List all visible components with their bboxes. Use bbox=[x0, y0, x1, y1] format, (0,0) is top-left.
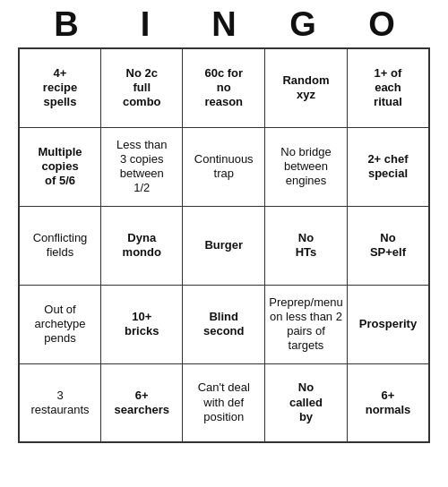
cell-0-3: Random xyz bbox=[265, 48, 348, 127]
table-row: 3 restaurants6+ searchersCan't deal with… bbox=[19, 363, 429, 442]
letter-n: N bbox=[185, 5, 263, 44]
cell-0-1: No 2c full combo bbox=[101, 48, 183, 127]
cell-2-1: Dyna mondo bbox=[101, 206, 183, 285]
table-row: 4+ recipe spellsNo 2c full combo60c for … bbox=[19, 48, 429, 127]
cell-3-0: Out of archetype pends bbox=[19, 285, 101, 363]
cell-0-0: 4+ recipe spells bbox=[19, 48, 101, 127]
cell-1-2: Continuous trap bbox=[183, 127, 265, 206]
cell-4-3: No called by bbox=[265, 363, 348, 442]
cell-1-4: 2+ chef special bbox=[347, 127, 429, 206]
cell-1-1: Less than 3 copies between 1/2 bbox=[101, 127, 183, 206]
cell-2-0: Conflicting fields bbox=[19, 206, 101, 285]
cell-4-2: Can't deal with def position bbox=[183, 363, 265, 442]
cell-3-4: Prosperity bbox=[347, 285, 429, 363]
cell-2-3: No HTs bbox=[265, 206, 348, 285]
cell-1-0: Multiple copies of 5/6 bbox=[19, 127, 101, 206]
table-row: Multiple copies of 5/6Less than 3 copies… bbox=[19, 127, 429, 206]
letter-b: B bbox=[27, 5, 106, 44]
cell-2-4: No SP+elf bbox=[347, 206, 429, 285]
cell-0-2: 60c for no reason bbox=[183, 48, 265, 127]
cell-3-1: 10+ bricks bbox=[101, 285, 183, 363]
table-row: Out of archetype pends10+ bricksBlind se… bbox=[19, 285, 429, 363]
letter-o: O bbox=[342, 5, 421, 44]
cell-4-1: 6+ searchers bbox=[101, 363, 183, 442]
bingo-title: B I N G O bbox=[18, 0, 430, 47]
cell-3-3: Preprep/menu on less than 2 pairs of tar… bbox=[265, 285, 348, 363]
cell-4-4: 6+ normals bbox=[347, 363, 429, 442]
bingo-grid: 4+ recipe spellsNo 2c full combo60c for … bbox=[18, 47, 430, 443]
letter-i: I bbox=[106, 5, 185, 44]
table-row: Conflicting fieldsDyna mondoBurgerNo HTs… bbox=[19, 206, 429, 285]
letter-g: G bbox=[263, 5, 342, 44]
cell-0-4: 1+ of each ritual bbox=[347, 48, 429, 127]
cell-2-2: Burger bbox=[183, 206, 265, 285]
cell-4-0: 3 restaurants bbox=[19, 363, 101, 442]
cell-1-3: No bridge between engines bbox=[265, 127, 348, 206]
cell-3-2: Blind second bbox=[183, 285, 265, 363]
